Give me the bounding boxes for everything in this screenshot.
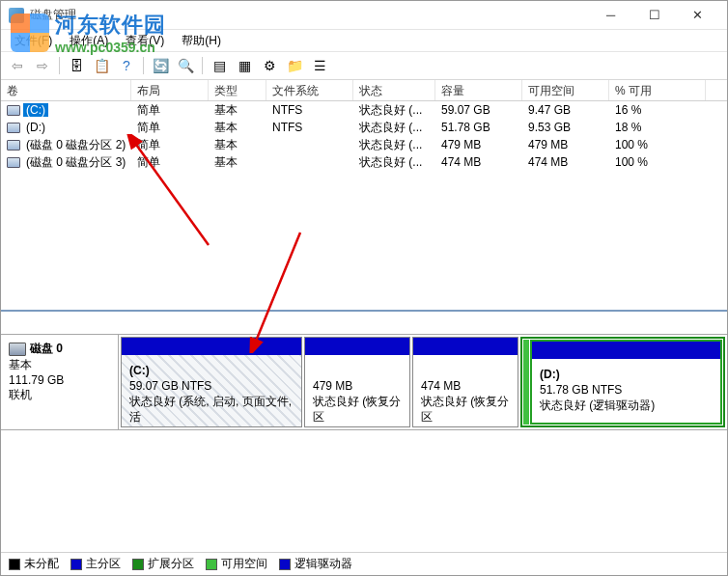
list-view-button[interactable]: ☰ (309, 55, 330, 76)
legend-logical: 逻辑驱动器 (279, 556, 352, 572)
partition-status: 状态良好 (系统, 启动, 页面文件, 活 (129, 395, 292, 424)
disk-partitions: (C:) 59.07 GB NTFS 状态良好 (系统, 启动, 页面文件, 活… (119, 335, 727, 429)
col-status[interactable]: 状态 (353, 80, 435, 100)
cell-status: 状态良好 (... (353, 136, 435, 154)
volume-name: (D:) (23, 121, 48, 134)
toolbar: ⇦ ⇨ 🗄 📋 ? 🔄 🔍 ▤ ▦ ⚙ 📁 ☰ (1, 51, 727, 80)
col-type[interactable]: 类型 (209, 80, 266, 100)
drive-icon (7, 140, 20, 151)
cell-pct: 100 % (609, 154, 706, 170)
cell-free: 9.47 GB (522, 102, 609, 118)
cell-type: 基本 (209, 136, 266, 154)
disk-label: 磁盘 0 (30, 342, 63, 355)
menu-file[interactable]: 文件(F) (7, 31, 60, 51)
disk-pane: 磁盘 0 基本 111.79 GB 联机 (C:) 59.07 GB NTFS … (1, 334, 727, 527)
console-tree-button[interactable]: 🗄 (66, 55, 87, 76)
extended-partition: (D:) 51.78 GB NTFS 状态良好 (逻辑驱动器) (520, 337, 725, 427)
action-button[interactable]: 📁 (284, 55, 305, 76)
col-free[interactable]: 可用空间 (522, 80, 609, 100)
partition-header (532, 342, 720, 359)
cell-pct: 16 % (609, 102, 706, 118)
cell-type: 基本 (209, 153, 266, 172)
partition-header (413, 338, 518, 355)
partition-status: 状态良好 (恢复分区 (421, 395, 509, 424)
cell-pct: 100 % (609, 137, 706, 152)
cell-free: 479 MB (522, 137, 609, 152)
window-title: 磁盘管理 (30, 7, 589, 23)
col-fs[interactable]: 文件系统 (266, 80, 353, 100)
cell-pct: 18 % (609, 120, 706, 135)
drive-icon (7, 123, 20, 133)
volume-row[interactable]: (磁盘 0 磁盘分区 2) 简单 基本 状态良好 (... 479 MB 479… (1, 136, 727, 153)
maximize-button[interactable]: ☐ (632, 2, 676, 29)
legend-unallocated: 未分配 (9, 556, 59, 572)
volume-row[interactable]: (C:) 简单 基本 NTFS 状态良好 (... 59.07 GB 9.47 … (1, 101, 727, 119)
legend: 未分配 主分区 扩展分区 可用空间 逻辑驱动器 (1, 552, 727, 575)
partition-recovery-1[interactable]: 479 MB 状态良好 (恢复分区 (304, 337, 410, 427)
cell-capacity: 51.78 GB (435, 120, 522, 135)
close-button[interactable]: ✕ (676, 2, 719, 29)
volume-name: (磁盘 0 磁盘分区 2) (23, 137, 128, 153)
cell-free: 474 MB (522, 154, 609, 170)
menu-action[interactable]: 操作(A) (62, 31, 116, 51)
disk-state: 联机 (9, 387, 110, 403)
refresh-button[interactable]: 🔄 (150, 55, 171, 76)
disk-icon (9, 343, 26, 356)
menubar: 文件(F) 操作(A) 查看(V) 帮助(H) (1, 30, 727, 51)
cell-free: 9.53 GB (522, 120, 609, 135)
disk-type: 基本 (9, 357, 110, 373)
partition-recovery-2[interactable]: 474 MB 状态良好 (恢复分区 (412, 337, 518, 427)
cell-layout: 简单 (131, 101, 209, 120)
cell-fs (266, 161, 353, 163)
partition-d[interactable]: (D:) 51.78 GB NTFS 状态良好 (逻辑驱动器) (530, 340, 722, 425)
settings-button[interactable]: ⚙ (259, 55, 280, 76)
col-capacity[interactable]: 容量 (435, 80, 522, 100)
partition-size: 474 MB (421, 379, 461, 393)
col-pct[interactable]: % 可用 (609, 80, 706, 100)
help-button[interactable]: ? (116, 55, 137, 76)
extended-free-space (523, 340, 529, 425)
cell-capacity: 59.07 GB (435, 102, 522, 118)
disk-strip: 磁盘 0 基本 111.79 GB 联机 (C:) 59.07 GB NTFS … (1, 334, 727, 430)
partition-size: 59.07 GB NTFS (129, 379, 211, 393)
cell-fs (266, 144, 353, 146)
drive-icon (7, 105, 20, 116)
partition-size: 51.78 GB NTFS (540, 383, 622, 397)
back-button[interactable]: ⇦ (7, 55, 28, 76)
disk-info[interactable]: 磁盘 0 基本 111.79 GB 联机 (1, 335, 119, 429)
view-top-button[interactable]: ▤ (209, 55, 230, 76)
drive-icon (7, 157, 20, 168)
col-volume[interactable]: 卷 (1, 80, 131, 100)
titlebar: 磁盘管理 ─ ☐ ✕ (1, 1, 727, 30)
legend-free: 可用空间 (206, 556, 267, 572)
cell-capacity: 479 MB (435, 137, 522, 152)
partition-header (305, 338, 409, 355)
volume-row[interactable]: (磁盘 0 磁盘分区 3) 简单 基本 状态良好 (... 474 MB 474… (1, 153, 727, 171)
properties-button[interactable]: 📋 (91, 55, 112, 76)
volume-row[interactable]: (D:) 简单 基本 NTFS 状态良好 (... 51.78 GB 9.53 … (1, 119, 727, 136)
col-layout[interactable]: 布局 (131, 80, 209, 100)
cell-layout: 简单 (131, 136, 209, 154)

  legend-extended: 扩展分区 (132, 556, 194, 572)
menu-help[interactable]: 帮助(H) (174, 31, 229, 51)
cell-type: 基本 (209, 119, 266, 137)
cell-layout: 简单 (131, 153, 209, 172)
rescan-button[interactable]: 🔍 (175, 55, 196, 76)
cell-capacity: 474 MB (435, 154, 522, 170)
app-icon (9, 8, 24, 23)
menu-view[interactable]: 查看(V) (118, 31, 172, 51)
forward-button[interactable]: ⇨ (32, 55, 53, 76)
partition-label: (C:) (129, 364, 150, 377)
cell-status: 状态良好 (... (353, 119, 435, 137)
view-bottom-button[interactable]: ▦ (234, 55, 255, 76)
cell-status: 状态良好 (... (353, 101, 435, 120)
cell-fs: NTFS (266, 102, 353, 118)
cell-status: 状态良好 (... (353, 153, 435, 172)
minimize-button[interactable]: ─ (589, 2, 632, 29)
volume-header: 卷 布局 类型 文件系统 状态 容量 可用空间 % 可用 (1, 80, 727, 101)
partition-c[interactable]: (C:) 59.07 GB NTFS 状态良好 (系统, 启动, 页面文件, 活 (121, 337, 302, 427)
partition-status: 状态良好 (恢复分区 (313, 395, 401, 424)
cell-fs: NTFS (266, 120, 353, 135)
legend-primary: 主分区 (70, 556, 121, 572)
cell-layout: 简单 (131, 119, 209, 137)
